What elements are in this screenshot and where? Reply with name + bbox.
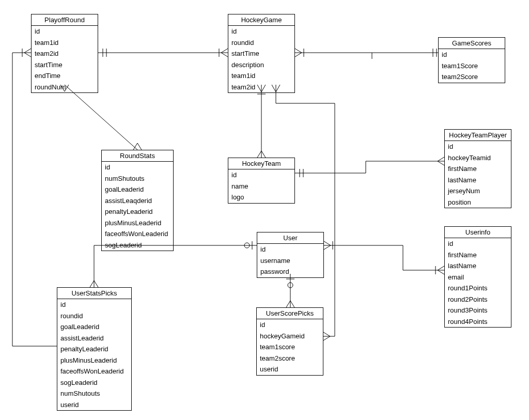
attr: plusMinusLeaderid — [102, 217, 173, 229]
entity-attrs: id team1id team2id startTime endTime rou… — [32, 26, 98, 92]
entity-attrs: id name logo — [228, 169, 294, 203]
entity-attrs: id team1Score team2Score — [439, 49, 505, 83]
attr: team2id — [32, 48, 98, 59]
entity-hockey-game: HockeyGame id roundid startTime descript… — [228, 14, 295, 93]
attr: team2id — [228, 82, 294, 93]
attr: team2Score — [439, 71, 505, 83]
attr: lastName — [445, 260, 511, 272]
svg-line-29 — [323, 332, 330, 336]
attr: assistLeaderid — [57, 333, 131, 344]
svg-line-4 — [221, 53, 228, 57]
attr: team1id — [32, 37, 98, 49]
attr: name — [228, 181, 294, 192]
entity-title: Userinfo — [445, 227, 511, 238]
attr: userid — [257, 364, 323, 375]
entity-playoff-round: PlayoffRound id team1id team2id startTim… — [31, 14, 98, 93]
svg-line-40 — [94, 281, 98, 287]
entity-round-stats: RoundStats id numShutouts goalLeaderid a… — [101, 150, 174, 251]
attr: id — [102, 162, 173, 173]
attr: hockeyGameid — [257, 331, 323, 342]
attr: description — [228, 59, 294, 71]
svg-line-39 — [90, 281, 94, 287]
svg-line-44 — [286, 301, 290, 307]
svg-line-21 — [257, 151, 261, 158]
svg-line-31 — [324, 241, 331, 245]
entity-hockey-team-player: HockeyTeamPlayer id hockeyTeamid firstNa… — [444, 129, 511, 208]
svg-line-35 — [438, 270, 444, 274]
attr: faceoffsWonLeaderid — [57, 366, 131, 377]
svg-line-7 — [295, 49, 302, 53]
svg-line-8 — [295, 53, 302, 57]
attr: id — [57, 299, 131, 310]
entity-title: HockeyTeamPlayer — [445, 130, 511, 141]
attr: id — [445, 141, 511, 152]
svg-line-15 — [133, 143, 137, 150]
entity-game-scores: GameScores id team1Score team2Score — [438, 37, 505, 83]
attr: position — [445, 197, 511, 208]
entity-attrs: id numShutouts goalLeaderid assistLeaqde… — [102, 162, 173, 251]
attr: penaltyLeaderid — [102, 206, 173, 217]
attr: startTime — [228, 48, 294, 59]
entity-title: HockeyGame — [228, 14, 294, 26]
attr: numShutouts — [102, 173, 173, 184]
svg-line-45 — [290, 301, 294, 307]
entity-attrs: id firstName lastName email round1Points… — [445, 238, 511, 327]
attr: team2score — [257, 353, 323, 364]
attr: round1Points — [445, 283, 511, 294]
attr: goalLeaderid — [57, 321, 131, 333]
attr: assistLeaqderid — [102, 195, 173, 207]
attr: team1score — [257, 341, 323, 353]
attr: userid — [57, 399, 131, 411]
attr: hockeyTeamid — [445, 152, 511, 164]
attr: id — [228, 169, 294, 181]
entity-title: GameScores — [439, 38, 505, 49]
svg-line-16 — [137, 143, 142, 150]
attr: id — [32, 26, 98, 37]
attr: round3Points — [445, 305, 511, 316]
entity-hockey-team: HockeyTeam id name logo — [228, 158, 295, 204]
attr: id — [257, 244, 323, 255]
svg-line-46 — [24, 49, 31, 53]
attr: jerseyNum — [445, 185, 511, 197]
entity-title: UserStatsPicks — [57, 288, 131, 299]
attr: id — [257, 319, 323, 331]
entity-title: PlayoffRound — [32, 14, 98, 26]
attr: numShutouts — [57, 388, 131, 399]
attr: plusMinusLeaderid — [57, 355, 131, 366]
entity-attrs: id hockeyGameid team1score team2score us… — [257, 319, 323, 375]
attr: sogLeaderid — [57, 377, 131, 388]
svg-point-38 — [244, 243, 250, 248]
attr: id — [445, 238, 511, 250]
attr: penaltyLeaderid — [57, 344, 131, 355]
svg-line-22 — [261, 151, 266, 158]
attr: team1Score — [439, 60, 505, 72]
svg-line-30 — [323, 336, 330, 340]
attr: username — [257, 255, 323, 267]
svg-line-12 — [65, 85, 137, 150]
attr: roundid — [57, 310, 131, 322]
attr: startTime — [32, 59, 98, 71]
attr: password — [257, 266, 323, 277]
attr: goalLeaderid — [102, 184, 173, 195]
entity-title: HockeyTeam — [228, 158, 294, 169]
attr: lastName — [445, 175, 511, 186]
entity-attrs: id hockeyTeamid firstName lastName jerse… — [445, 141, 511, 208]
svg-line-34 — [438, 266, 444, 270]
svg-line-32 — [324, 245, 331, 250]
entity-title: RoundStats — [102, 150, 173, 162]
svg-line-26 — [438, 161, 444, 165]
svg-line-3 — [221, 49, 228, 53]
attr: id — [439, 49, 505, 60]
attr: logo — [228, 192, 294, 203]
svg-point-43 — [288, 283, 293, 288]
entity-userinfo: Userinfo id firstName lastName email rou… — [444, 226, 511, 328]
entity-attrs: id roundid startTime description team1id… — [228, 26, 294, 92]
entity-attrs: id roundid goalLeaderid assistLeaderid p… — [57, 299, 131, 410]
attr: id — [228, 26, 294, 37]
entity-user-score-picks: UserScorePicks id hockeyGameid team1scor… — [256, 307, 323, 376]
attr: round2Points — [445, 294, 511, 305]
attr: sogLeaderid — [102, 240, 173, 251]
attr: email — [445, 272, 511, 283]
svg-line-47 — [24, 53, 31, 57]
attr: roundid — [228, 37, 294, 49]
